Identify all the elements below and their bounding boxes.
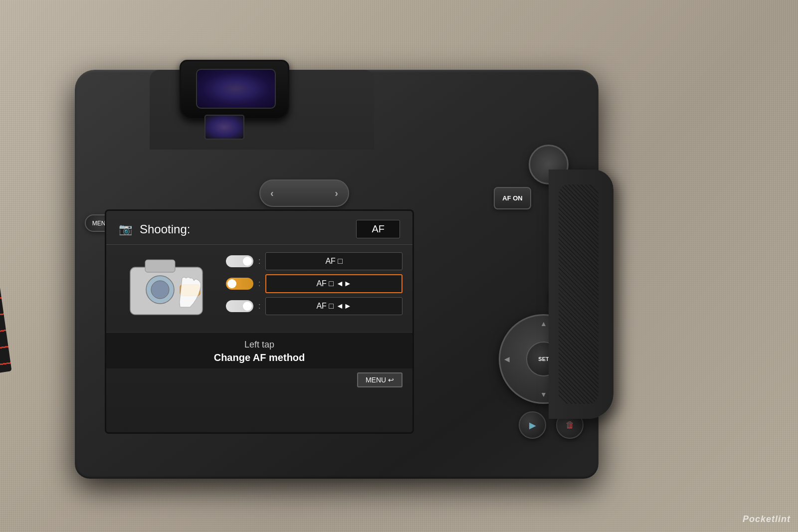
toggle-knob-1: [243, 257, 252, 266]
d-pad-up[interactable]: ▲: [540, 320, 547, 328]
menu-item-2[interactable]: : AF □ ◄►: [226, 274, 402, 293]
camera-grip: [549, 170, 613, 419]
viewfinder-lens: [196, 69, 276, 109]
d-pad-down[interactable]: ▼: [540, 390, 547, 398]
hint-line-2: Change AF method: [119, 352, 400, 363]
viewfinder-assembly: [155, 60, 314, 160]
menu-return-button[interactable]: MENU ↩: [357, 372, 402, 387]
toggle-knob-2: [227, 279, 236, 288]
camera-main-body: ‹ › MENU 📷 Shooting: AF: [75, 70, 598, 479]
play-icon: ▶: [529, 420, 536, 431]
screen-menu-list: : AF □ : AF □ ◄►: [226, 252, 402, 325]
af-tab-box: AF: [356, 220, 400, 238]
menu-btn-1[interactable]: AF □: [265, 252, 402, 270]
menu-item-1[interactable]: : AF □: [226, 252, 402, 270]
watermark-text: Pocketlint: [743, 514, 791, 524]
set-label: SET: [538, 356, 549, 362]
toggle-3[interactable]: [226, 300, 253, 312]
play-button[interactable]: ▶: [519, 411, 546, 439]
af-on-button[interactable]: AF ON: [494, 187, 531, 209]
lcd-screen[interactable]: 📷 Shooting: AF: [105, 209, 414, 434]
menu-btn-1-label: AF □: [325, 257, 343, 265]
af-tab-label: AF: [372, 223, 385, 234]
svg-rect-1: [145, 260, 175, 272]
screen-content: 📷 Shooting: AF: [106, 211, 412, 432]
screen-main-content: : AF □ : AF □ ◄►: [106, 245, 412, 332]
af-on-label: AF ON: [502, 194, 522, 202]
trash-icon: 🗑: [566, 420, 575, 430]
toggle-knob-3: [243, 302, 252, 311]
menu-btn-2[interactable]: AF □ ◄►: [265, 274, 402, 293]
menu-btn-3[interactable]: AF □ ◄►: [265, 297, 402, 315]
hint-line-1: Left tap: [119, 338, 400, 352]
toggle-2[interactable]: [226, 278, 253, 290]
viewfinder-eyecup: [180, 60, 289, 120]
nav-left-icon: ‹: [270, 187, 274, 199]
screen-header: 📷 Shooting: AF: [106, 211, 412, 244]
d-pad-left[interactable]: ◀: [504, 355, 510, 363]
separator-1: :: [258, 257, 260, 266]
menu-item-3[interactable]: : AF □ ◄►: [226, 297, 402, 315]
separator-2: :: [258, 279, 260, 288]
viewfinder-window: [204, 115, 244, 140]
svg-point-3: [151, 281, 169, 299]
screen-title: Shooting:: [140, 222, 190, 236]
menu-btn-3-label: AF □ ◄►: [316, 302, 352, 310]
toggle-1[interactable]: [226, 255, 253, 267]
camera-illustration-svg: [120, 252, 212, 325]
screen-menu-return-area: MENU ↩: [106, 368, 412, 391]
menu-btn-2-label: AF □ ◄►: [316, 279, 352, 288]
screen-bottom-hint: Left tap Change AF method: [106, 332, 412, 368]
menu-return-label: MENU ↩: [366, 376, 394, 384]
separator-3: :: [258, 302, 260, 311]
nav-right-icon: ›: [335, 187, 338, 199]
camera-body-container: ‹ › MENU 📷 Shooting: AF: [75, 20, 623, 494]
camera-mode-icon: 📷: [119, 223, 132, 236]
top-nav-button[interactable]: ‹ ›: [259, 179, 349, 207]
watermark: Pocketlint: [743, 514, 791, 525]
screen-illustration: [116, 252, 216, 325]
